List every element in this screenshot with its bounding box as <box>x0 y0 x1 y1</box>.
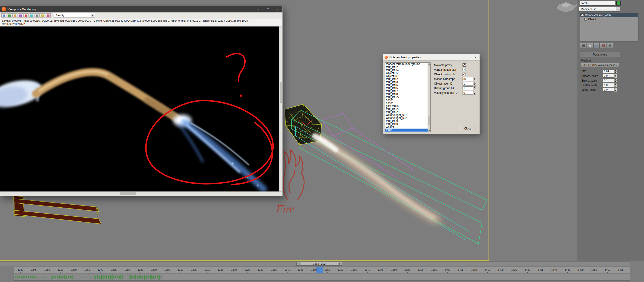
object-list-item[interactable]: fork_lift17 <box>385 90 430 93</box>
object-list-item[interactable]: torch <box>385 128 430 131</box>
scroll-down-arrow-icon[interactable] <box>428 129 430 132</box>
checkbox[interactable]: ✓ <box>462 63 466 67</box>
show-end-result-button[interactable] <box>587 43 593 48</box>
object-list-item[interactable]: fork_lift10 <box>385 122 430 125</box>
object-list-item[interactable]: hoses <box>385 99 430 102</box>
spinner-down-icon[interactable] <box>614 71 617 73</box>
object-list-item[interactable]: OctaneLight_001 <box>385 114 430 116</box>
pick-material-icon[interactable] <box>34 13 40 18</box>
parameter-field[interactable]: 1.0 <box>603 74 614 78</box>
maximize-button[interactable]: □ <box>263 6 273 13</box>
scroll-thumb[interactable] <box>428 116 430 125</box>
object-list-item[interactable]: Object001 <box>385 75 430 78</box>
vertical-scroll-thumb[interactable] <box>280 82 282 102</box>
dialog-close-button[interactable]: × <box>472 54 480 61</box>
spinner[interactable] <box>614 79 617 82</box>
render-canvas[interactable] <box>0 27 279 191</box>
list-scrollbar[interactable] <box>428 63 430 132</box>
spinner-up-icon[interactable] <box>474 86 476 88</box>
copy-image-icon[interactable] <box>18 13 23 18</box>
spinner-up-icon[interactable] <box>474 82 476 84</box>
spinner-up-icon[interactable] <box>474 91 476 93</box>
remove-modifier-button[interactable] <box>600 43 606 48</box>
save-image-icon[interactable] <box>12 13 18 18</box>
configure-modifier-sets-button[interactable] <box>607 43 613 48</box>
spinner-down-icon[interactable] <box>474 88 476 90</box>
object-list-item[interactable]: gast tanks <box>385 105 430 108</box>
number-field[interactable]: 0 <box>462 91 473 95</box>
spinner[interactable] <box>614 88 617 92</box>
number-field[interactable]: 1 <box>462 86 473 90</box>
pin-stack-button[interactable] <box>580 43 586 48</box>
object-list-item[interactable]: fork_lift027 <box>385 96 430 99</box>
parameter-field[interactable]: 0.2 <box>603 79 614 82</box>
object-list-item[interactable]: welder <box>385 125 430 128</box>
lock-view-icon[interactable] <box>2 13 6 18</box>
object-list-item[interactable]: OctaneLight_002 <box>385 116 430 119</box>
time-slider-handle[interactable]: < 1352 / 262 > <box>296 262 342 266</box>
object-name-field[interactable]: torch <box>580 1 615 6</box>
spinner-down-icon[interactable] <box>474 84 476 85</box>
spinner-up-icon[interactable] <box>614 70 617 71</box>
spinner[interactable] <box>614 83 617 87</box>
parameters-rollout-header[interactable]: - Parameters <box>580 53 620 57</box>
spinner-down-icon[interactable] <box>614 90 617 92</box>
object-list-item[interactable]: fork_lift12 <box>385 78 430 81</box>
spinner-up-icon[interactable] <box>474 77 476 79</box>
spinner-up-icon[interactable] <box>614 74 617 76</box>
make-unique-button[interactable] <box>594 43 600 48</box>
recenter-view-icon[interactable] <box>7 13 12 18</box>
spinner-up-icon[interactable] <box>614 83 617 85</box>
previous-frame-button[interactable]: < <box>297 262 301 265</box>
checkbox[interactable]: ✓ <box>462 68 466 71</box>
spinner[interactable] <box>474 91 476 95</box>
modifier-stack-item[interactable]: Object <box>580 17 638 22</box>
spinner-down-icon[interactable] <box>474 79 476 81</box>
checkbox[interactable]: ✓ <box>462 73 466 76</box>
horizontal-scrollbar[interactable] <box>0 191 282 196</box>
horizontal-scroll-thumb[interactable] <box>120 192 136 195</box>
object-list-item[interactable]: fork_lift16 <box>385 87 430 90</box>
region-render-icon[interactable] <box>24 13 28 18</box>
object-list-item[interactable]: fork_lift18 <box>385 93 430 96</box>
close-button[interactable]: × <box>273 6 282 13</box>
object-list-item[interactable]: fork_lift13 <box>385 81 430 84</box>
number-field[interactable]: 32 <box>462 77 473 81</box>
object-list-item[interactable]: Object012 <box>385 72 430 75</box>
spinner-up-icon[interactable] <box>614 88 617 90</box>
object-color-swatch[interactable] <box>616 1 620 6</box>
parameter-field[interactable]: 0.04 <box>603 69 614 73</box>
scroll-up-arrow-icon[interactable] <box>428 63 430 65</box>
object-list-item[interactable]: madcar terrain underground <box>385 63 430 66</box>
spinner[interactable] <box>614 74 617 78</box>
stop-render-icon[interactable] <box>46 13 50 18</box>
spinner-up-icon[interactable] <box>614 79 617 81</box>
modifier-list-dropdown[interactable]: Modifier List <box>579 7 620 12</box>
render-pass-dropdown[interactable]: Beauty <box>54 13 95 18</box>
object-list-item[interactable]: fork_lift029 <box>385 108 430 111</box>
pick-focus-icon[interactable] <box>29 13 34 18</box>
modifier-stack[interactable]: OctaneVolume (WSM)Object <box>580 13 638 42</box>
object-list-item[interactable]: fork_lift062 <box>385 69 430 72</box>
object-list-item[interactable]: fork_lift09 <box>385 119 430 122</box>
spinner[interactable] <box>474 86 476 90</box>
next-frame-button[interactable]: > <box>338 262 342 265</box>
spinner-down-icon[interactable] <box>614 81 617 82</box>
time-slider[interactable]: < 1352 / 262 > <box>0 261 630 266</box>
object-list[interactable]: madcar terrain undergroundfork_lift02for… <box>385 62 430 132</box>
viewport-secondary[interactable] <box>490 0 577 260</box>
dialog-titlebar[interactable]: Octane object properties × <box>383 54 480 61</box>
spinner[interactable] <box>474 82 476 85</box>
vertical-scrollbar[interactable] <box>279 27 282 191</box>
spinner[interactable] <box>474 77 476 81</box>
medium-button[interactable]: 861901912 ( Volume medium ) <box>581 63 619 67</box>
modifier-stack-item[interactable]: OctaneVolume (WSM) <box>580 13 638 17</box>
number-field[interactable]: 1 <box>462 82 473 85</box>
parameter-field[interactable]: 1.0 <box>603 88 614 91</box>
track-bar[interactable] <box>14 274 630 280</box>
minimize-button[interactable]: – <box>254 6 263 13</box>
pick-white-balance-icon[interactable] <box>40 13 45 18</box>
timeline-ruler[interactable]: 1240124512501255126012651270127512801285… <box>14 267 630 273</box>
object-list-item[interactable]: hoses <box>385 102 430 105</box>
close-button[interactable]: Close <box>460 126 476 131</box>
